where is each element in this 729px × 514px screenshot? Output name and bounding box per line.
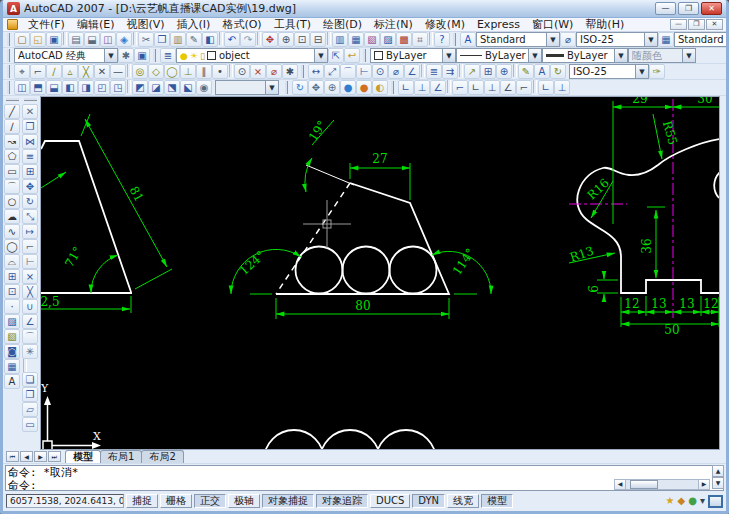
- sep[interactable]: [421, 64, 425, 77]
- dim-baseline-icon[interactable]: ≣: [426, 64, 442, 79]
- chamfer-icon[interactable]: ∠: [22, 314, 38, 329]
- table-style-select[interactable]: Standard▼: [674, 32, 726, 47]
- trim-icon[interactable]: ⌐: [22, 239, 38, 254]
- 3ddwf-icon[interactable]: ◈: [116, 32, 132, 47]
- dimension-style-manager-icon[interactable]: ✑: [649, 64, 665, 79]
- ucs-zaxis-icon[interactable]: ∟: [468, 80, 484, 95]
- toolbar-grip[interactable]: [363, 49, 368, 62]
- sep[interactable]: [229, 64, 233, 77]
- scroll-right-button[interactable]: ▶: [698, 480, 709, 489]
- view-right-icon[interactable]: ◨: [78, 80, 94, 95]
- menu-modify[interactable]: 修改(M): [419, 18, 471, 31]
- tab-layout2[interactable]: 布局2: [141, 450, 183, 463]
- move-icon[interactable]: ✥: [22, 179, 38, 194]
- view-top-icon[interactable]: ⬒: [30, 80, 46, 95]
- layer-color-swatch[interactable]: [207, 51, 216, 60]
- dim-arc-length-icon[interactable]: ⌒: [340, 64, 356, 79]
- titlebar[interactable]: A AutoCAD 2007 - [D:\云艺帆直播课CAD实例\19.dwg]…: [3, 0, 726, 18]
- render-globe-icon[interactable]: ●: [340, 80, 356, 95]
- drawing-canvas[interactable]: 81 71° 2,5 19° 27 124° 114° 80 29 30 R55…: [40, 96, 720, 450]
- table-icon[interactable]: ▦: [4, 359, 20, 374]
- maximize-button[interactable]: ❐: [678, 2, 699, 15]
- extend-icon[interactable]: ⊢: [22, 254, 38, 269]
- layer-on-icon[interactable]: ●: [180, 51, 188, 61]
- paste-icon[interactable]: ▥: [170, 32, 186, 47]
- revcloud-icon[interactable]: ☁: [4, 209, 20, 224]
- status-snap[interactable]: 捕捉: [126, 494, 158, 508]
- dim-style-icon[interactable]: ⌀: [560, 32, 576, 47]
- chevron-down-icon[interactable]: ▼: [614, 49, 627, 62]
- make-object-layer-current-icon[interactable]: ⇱: [328, 48, 344, 63]
- undo-icon[interactable]: ↶: [224, 32, 240, 47]
- layer-previous-icon[interactable]: ↩: [344, 48, 360, 63]
- tool-palettes-icon[interactable]: ▧: [364, 32, 380, 47]
- sep[interactable]: [127, 80, 131, 93]
- named-views-icon[interactable]: ◫: [14, 80, 30, 95]
- temporary-track-point-icon[interactable]: ⌖: [14, 64, 30, 79]
- scroll-left-button[interactable]: ◀: [615, 480, 626, 489]
- sep[interactable]: [533, 80, 537, 93]
- dim-linear-icon[interactable]: ↔: [308, 64, 324, 79]
- tab-last-button[interactable]: ⏭: [48, 451, 61, 462]
- toolbar-grip[interactable]: [453, 33, 458, 46]
- dim-diameter-icon[interactable]: ⌀: [388, 64, 404, 79]
- ellipse-icon[interactable]: ◯: [4, 239, 20, 254]
- qnew-icon[interactable]: ▢: [14, 32, 30, 47]
- spline-icon[interactable]: ∿: [4, 224, 20, 239]
- ucs-z-icon[interactable]: ∟: [538, 80, 554, 95]
- polyline-icon[interactable]: ↝: [4, 134, 20, 149]
- sep[interactable]: [23, 359, 27, 372]
- draworder-back-icon[interactable]: ❐: [22, 387, 38, 402]
- linetype-select[interactable]: ByLayer▼: [456, 48, 542, 63]
- render-sphere-icon[interactable]: ●: [356, 80, 372, 95]
- close-button[interactable]: ✕: [701, 2, 722, 15]
- minimize-button[interactable]: —: [655, 2, 676, 15]
- menu-window[interactable]: 窗口(W): [526, 18, 579, 31]
- chevron-down-icon[interactable]: ▼: [104, 49, 117, 62]
- ucs-x-icon[interactable]: ∠: [500, 80, 516, 95]
- snap-parallel-icon[interactable]: ∥: [196, 64, 212, 79]
- dim-text-edit-icon[interactable]: A: [534, 64, 550, 79]
- sep[interactable]: [219, 32, 223, 45]
- snap-endpoint-icon[interactable]: ∕: [46, 64, 62, 79]
- open-icon[interactable]: ◱: [30, 32, 46, 47]
- sep[interactable]: [257, 32, 261, 45]
- scale-icon[interactable]: ⤡: [22, 209, 38, 224]
- ucs-origin-icon[interactable]: ⌐: [452, 80, 468, 95]
- stretch-icon[interactable]: ↦: [22, 224, 38, 239]
- menu-draw[interactable]: 绘图(D): [317, 18, 368, 31]
- ucs-y-icon[interactable]: ⌐: [516, 80, 532, 95]
- plot-icon[interactable]: ▤: [68, 32, 84, 47]
- validation-icon[interactable]: ★: [666, 494, 675, 508]
- cut-icon[interactable]: ✂: [138, 32, 154, 47]
- chevron-down-icon[interactable]: ▼: [546, 33, 559, 46]
- sep[interactable]: [513, 64, 517, 77]
- view-front-icon[interactable]: ◰: [94, 80, 110, 95]
- status-ducs[interactable]: DUCS: [370, 494, 410, 508]
- command-scroll-up-button[interactable]: ▲: [712, 465, 724, 477]
- color-select[interactable]: ByLayer▼: [370, 48, 456, 63]
- sep[interactable]: [133, 32, 137, 45]
- quickcalc-icon[interactable]: ⌗: [412, 32, 428, 47]
- gradient-icon[interactable]: ▧: [4, 329, 20, 344]
- layer-select[interactable]: ● ☀ ▯ object ▼: [176, 48, 328, 63]
- offset-icon[interactable]: ≡: [22, 149, 38, 164]
- dim-leader-icon[interactable]: ↗: [464, 64, 480, 79]
- line-icon[interactable]: ╱: [4, 104, 20, 119]
- snap-nearest-icon[interactable]: ⨯: [250, 64, 266, 79]
- explode-icon[interactable]: ✳: [22, 344, 38, 359]
- command-hscrollbar[interactable]: ◀ ▶: [614, 479, 710, 490]
- 3d-pan-icon[interactable]: ✥: [308, 80, 324, 95]
- menu-format[interactable]: 格式(O): [216, 18, 267, 31]
- snap-insert-icon[interactable]: ⊙: [234, 64, 250, 79]
- toolbar-grip[interactable]: [301, 65, 306, 78]
- markup-icon[interactable]: ▩: [396, 32, 412, 47]
- dim-ordinate-icon[interactable]: ⊢: [356, 64, 372, 79]
- sep[interactable]: [63, 32, 67, 45]
- status-lwt[interactable]: 线宽: [447, 494, 479, 508]
- toolbar-grip[interactable]: [285, 81, 290, 94]
- designcenter-icon[interactable]: ▦: [348, 32, 364, 47]
- workspace-save-icon[interactable]: ▣: [134, 48, 150, 63]
- table-style-icon[interactable]: ▦: [658, 32, 674, 47]
- ucs-object-icon[interactable]: ⊥: [414, 80, 430, 95]
